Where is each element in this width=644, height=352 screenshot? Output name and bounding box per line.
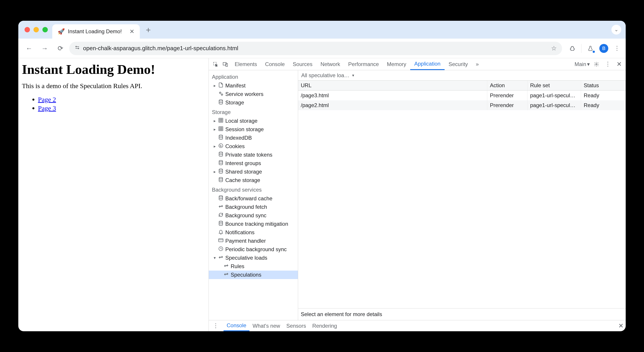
devtools-menu-button[interactable]: ⋮ (603, 61, 612, 68)
sidebar-item-private-state-tokens[interactable]: Private state tokens (209, 151, 298, 159)
drawer-tab-console[interactable]: Console (224, 320, 250, 331)
db-icon (218, 221, 224, 227)
sidebar-item-manifest[interactable]: Manifest (209, 81, 298, 90)
sidebar-item-label: Private state tokens (225, 152, 272, 158)
drawer-tab-sensors[interactable]: Sensors (283, 320, 309, 331)
db-icon (218, 177, 224, 184)
devtools-tab-network[interactable]: Network (316, 58, 344, 70)
sidebar-item-background-fetch[interactable]: Background fetch (209, 203, 298, 211)
sidebar-item-rules[interactable]: Rules (209, 262, 298, 271)
col-status[interactable]: Status (581, 80, 626, 90)
db-icon (218, 160, 224, 167)
forward-button[interactable]: → (38, 42, 51, 55)
cell-ruleset: page1-url-specul… (528, 100, 581, 110)
devtools-drawer: ⋮ ConsoleWhat's newSensorsRendering ✕ (209, 320, 626, 331)
list-item: Page 2 (38, 95, 205, 104)
table-row[interactable]: /page2.htmlPrerenderpage1-url-specul…Rea… (298, 100, 626, 110)
rocket-icon: 🚀 (58, 28, 65, 35)
profile-avatar[interactable]: B (599, 44, 608, 53)
col-url[interactable]: URL (298, 80, 487, 90)
table-row[interactable]: /page3.htmlPrerenderpage1-url-specul…Rea… (298, 91, 626, 100)
svg-point-24 (220, 145, 220, 145)
devtools-tab-performance[interactable]: Performance (344, 58, 383, 70)
close-tab-button[interactable]: ✕ (130, 28, 134, 35)
sidebar-item-back-forward-cache[interactable]: Back/forward cache (209, 194, 298, 203)
dropdown-icon: ▾ (352, 73, 354, 78)
sidebar-item-speculations[interactable]: Speculations (209, 271, 298, 279)
sidebar-item-payment-handler[interactable]: Payment handler (209, 237, 298, 245)
devtools-target-select[interactable]: Main (574, 61, 590, 67)
grid-icon (218, 126, 224, 133)
file-icon (218, 82, 224, 89)
devtools-close-button[interactable]: ✕ (615, 60, 624, 68)
sidebar-item-session-storage[interactable]: Session storage (209, 125, 298, 134)
sidebar-item-label: Local storage (225, 118, 258, 124)
svg-point-11 (219, 100, 223, 101)
devtools-tab-console[interactable]: Console (261, 58, 289, 70)
svg-point-8 (596, 63, 597, 65)
new-tab-button[interactable]: ＋ (144, 24, 152, 35)
address-bar[interactable]: open-chalk-asparagus.glitch.me/page1-url… (69, 42, 562, 55)
sidebar-item-bounce-tracking-mitigation[interactable]: Bounce tracking mitigation (209, 220, 298, 228)
inspect-icon[interactable] (211, 61, 220, 67)
sidebar-item-notifications[interactable]: Notifications (209, 228, 298, 237)
settings-icon[interactable] (592, 61, 601, 67)
sidebar-item-cookies[interactable]: Cookies (209, 142, 298, 151)
sidebar-item-cache-storage[interactable]: Cache storage (209, 176, 298, 184)
drawer-close-button[interactable]: ✕ (618, 322, 624, 330)
page-link[interactable]: Page 3 (38, 104, 56, 112)
cell-url: /page2.html (298, 100, 487, 110)
url-text: open-chalk-asparagus.glitch.me/page1-url… (83, 45, 238, 52)
more-tabs-button[interactable]: » (473, 61, 482, 67)
list-item: Page 3 (38, 104, 205, 112)
sidebar-item-storage[interactable]: Storage (209, 98, 298, 107)
sidebar-item-periodic-background-sync[interactable]: Periodic background sync (209, 245, 298, 254)
page-link-list: Page 2 Page 3 (22, 95, 205, 112)
drawer-tab-what-s-new[interactable]: What's new (250, 320, 283, 331)
cell-action: Prerender (487, 91, 528, 100)
chevron-icon (213, 144, 216, 149)
svg-point-23 (219, 144, 223, 148)
svg-rect-35 (218, 239, 223, 242)
chevron-icon (213, 127, 216, 132)
devtools-tab-bar: ElementsConsoleSourcesNetworkPerformance… (209, 58, 626, 70)
reload-button[interactable]: ⟳ (54, 42, 67, 55)
sidebar-item-background-sync[interactable]: Background sync (209, 211, 298, 220)
chevron-icon (213, 255, 216, 260)
extensions-icon[interactable] (568, 43, 577, 53)
browser-tab[interactable]: 🚀 Instant Loading Demo! ✕ (52, 24, 140, 38)
sidebar-item-shared-storage[interactable]: Shared storage (209, 168, 298, 176)
minimize-window-button[interactable] (34, 27, 39, 32)
filter-label: All speculative loa… (301, 72, 350, 78)
maximize-window-button[interactable] (42, 27, 48, 32)
drawer-menu-button[interactable]: ⋮ (211, 322, 220, 329)
device-toggle-icon[interactable] (221, 61, 230, 67)
devtools-tab-sources[interactable]: Sources (289, 58, 316, 70)
sidebar-item-indexeddb[interactable]: IndexedDB (209, 134, 298, 142)
speculations-filter[interactable]: All speculative loa… ▾ (298, 70, 626, 80)
col-ruleset[interactable]: Rule set (528, 80, 581, 90)
browser-menu-button[interactable]: ⋮ (612, 45, 622, 52)
speculations-table: URL Action Rule set Status /page3.htmlPr… (298, 80, 626, 309)
drawer-tab-rendering[interactable]: Rendering (309, 320, 340, 331)
back-button[interactable]: ← (22, 42, 36, 55)
tabs-overflow-button[interactable]: ⌄ (612, 25, 621, 34)
close-window-button[interactable] (24, 27, 30, 32)
clock-icon (218, 246, 224, 253)
sidebar-item-speculative-loads[interactable]: Speculative loads (209, 254, 298, 262)
devtools-tab-memory[interactable]: Memory (383, 58, 410, 70)
devtools-tab-application[interactable]: Application (410, 58, 444, 70)
svg-point-31 (219, 196, 223, 197)
sidebar-item-interest-groups[interactable]: Interest groups (209, 159, 298, 168)
toolbar: ← → ⟳ open-chalk-asparagus.glitch.me/pag… (18, 38, 626, 58)
devtools-tab-elements[interactable]: Elements (231, 58, 261, 70)
devtools-tab-security[interactable]: Security (444, 58, 472, 70)
sidebar-item-local-storage[interactable]: Local storage (209, 117, 298, 125)
sidebar-item-service-workers[interactable]: Service workers (209, 90, 298, 98)
page-link[interactable]: Page 2 (38, 96, 56, 103)
bookmark-button[interactable]: ☆ (551, 45, 557, 52)
site-controls-icon[interactable] (74, 45, 80, 52)
updown-icon (218, 255, 224, 261)
labs-icon[interactable] (586, 43, 595, 53)
col-action[interactable]: Action (487, 80, 528, 90)
